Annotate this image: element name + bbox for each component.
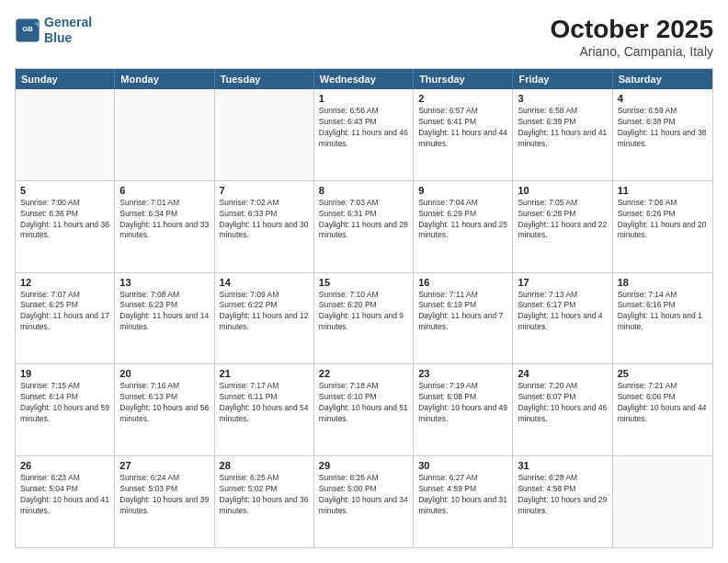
day-info: Sunrise: 6:58 AM Sunset: 6:39 PM Dayligh… <box>518 106 607 150</box>
day-cell-14: 14Sunrise: 7:09 AM Sunset: 6:22 PM Dayli… <box>215 273 314 364</box>
header-day-friday: Friday <box>513 69 612 89</box>
day-number: 24 <box>518 368 607 379</box>
day-info: Sunrise: 6:23 AM Sunset: 5:04 PM Dayligh… <box>20 473 109 517</box>
day-cell-30: 30Sunrise: 6:27 AM Sunset: 4:59 PM Dayli… <box>414 456 513 547</box>
day-cell-13: 13Sunrise: 7:08 AM Sunset: 6:23 PM Dayli… <box>115 273 214 364</box>
day-info: Sunrise: 7:21 AM Sunset: 6:06 PM Dayligh… <box>618 381 708 425</box>
header-day-wednesday: Wednesday <box>314 69 414 89</box>
day-cell-9: 9Sunrise: 7:04 AM Sunset: 6:29 PM Daylig… <box>414 181 513 272</box>
logo-icon: GB <box>15 17 40 43</box>
day-info: Sunrise: 7:05 AM Sunset: 6:28 PM Dayligh… <box>518 198 607 242</box>
day-number: 30 <box>418 460 507 471</box>
day-number: 31 <box>518 460 607 471</box>
day-cell-4: 4Sunrise: 6:59 AM Sunset: 6:38 PM Daylig… <box>613 89 712 180</box>
day-cell-18: 18Sunrise: 7:14 AM Sunset: 6:16 PM Dayli… <box>613 273 712 364</box>
day-info: Sunrise: 6:26 AM Sunset: 5:00 PM Dayligh… <box>319 473 408 517</box>
day-number: 12 <box>20 277 109 288</box>
logo-text: General Blue <box>44 15 92 46</box>
day-info: Sunrise: 7:03 AM Sunset: 6:31 PM Dayligh… <box>319 198 408 242</box>
day-cell-27: 27Sunrise: 6:24 AM Sunset: 5:03 PM Dayli… <box>115 456 214 547</box>
calendar-row-2: 5Sunrise: 7:00 AM Sunset: 6:36 PM Daylig… <box>16 180 712 272</box>
calendar: SundayMondayTuesdayWednesdayThursdayFrid… <box>15 68 713 548</box>
day-number: 8 <box>319 185 408 196</box>
day-number: 19 <box>20 368 109 379</box>
day-cell-15: 15Sunrise: 7:10 AM Sunset: 6:20 PM Dayli… <box>314 273 414 364</box>
location: Ariano, Campania, Italy <box>551 44 713 59</box>
day-info: Sunrise: 7:08 AM Sunset: 6:23 PM Dayligh… <box>119 290 209 334</box>
day-number: 16 <box>418 277 507 288</box>
svg-text:GB: GB <box>22 25 33 33</box>
day-number: 17 <box>518 277 607 288</box>
day-info: Sunrise: 6:27 AM Sunset: 4:59 PM Dayligh… <box>418 473 507 517</box>
day-number: 26 <box>20 460 109 471</box>
calendar-body: 1Sunrise: 6:56 AM Sunset: 6:43 PM Daylig… <box>16 89 712 547</box>
day-cell-29: 29Sunrise: 6:26 AM Sunset: 5:00 PM Dayli… <box>314 456 414 547</box>
day-info: Sunrise: 7:19 AM Sunset: 6:08 PM Dayligh… <box>418 381 507 425</box>
day-number: 13 <box>119 277 209 288</box>
calendar-row-4: 19Sunrise: 7:15 AM Sunset: 6:14 PM Dayli… <box>16 363 712 455</box>
empty-cell <box>613 456 712 547</box>
page-header: GB General Blue October 2025 Ariano, Cam… <box>15 15 713 59</box>
day-cell-6: 6Sunrise: 7:01 AM Sunset: 6:34 PM Daylig… <box>115 181 214 272</box>
calendar-row-3: 12Sunrise: 7:07 AM Sunset: 6:25 PM Dayli… <box>16 272 712 364</box>
day-info: Sunrise: 7:00 AM Sunset: 6:36 PM Dayligh… <box>20 198 109 242</box>
day-info: Sunrise: 6:59 AM Sunset: 6:38 PM Dayligh… <box>618 106 708 150</box>
day-info: Sunrise: 7:01 AM Sunset: 6:34 PM Dayligh… <box>119 198 209 242</box>
day-number: 4 <box>618 93 708 104</box>
day-info: Sunrise: 7:17 AM Sunset: 6:11 PM Dayligh… <box>220 381 309 425</box>
day-info: Sunrise: 6:24 AM Sunset: 5:03 PM Dayligh… <box>119 473 209 517</box>
day-cell-2: 2Sunrise: 6:57 AM Sunset: 6:41 PM Daylig… <box>414 89 513 180</box>
day-cell-22: 22Sunrise: 7:18 AM Sunset: 6:10 PM Dayli… <box>314 364 414 455</box>
day-number: 29 <box>319 460 408 471</box>
day-info: Sunrise: 6:28 AM Sunset: 4:58 PM Dayligh… <box>518 473 607 517</box>
day-cell-10: 10Sunrise: 7:05 AM Sunset: 6:28 PM Dayli… <box>513 181 612 272</box>
day-number: 28 <box>220 460 309 471</box>
day-info: Sunrise: 6:25 AM Sunset: 5:02 PM Dayligh… <box>220 473 309 517</box>
day-info: Sunrise: 7:18 AM Sunset: 6:10 PM Dayligh… <box>319 381 408 425</box>
day-number: 22 <box>319 368 408 379</box>
month-title: October 2025 <box>551 15 713 44</box>
empty-cell <box>215 89 314 180</box>
day-cell-7: 7Sunrise: 7:02 AM Sunset: 6:33 PM Daylig… <box>215 181 314 272</box>
empty-cell <box>115 89 214 180</box>
day-cell-25: 25Sunrise: 7:21 AM Sunset: 6:06 PM Dayli… <box>613 364 712 455</box>
logo: GB General Blue <box>15 15 92 46</box>
calendar-row-5: 26Sunrise: 6:23 AM Sunset: 5:04 PM Dayli… <box>16 455 712 547</box>
day-cell-5: 5Sunrise: 7:00 AM Sunset: 6:36 PM Daylig… <box>16 181 115 272</box>
calendar-header: SundayMondayTuesdayWednesdayThursdayFrid… <box>16 69 712 89</box>
day-info: Sunrise: 7:14 AM Sunset: 6:16 PM Dayligh… <box>618 290 708 334</box>
day-cell-24: 24Sunrise: 7:20 AM Sunset: 6:07 PM Dayli… <box>513 364 612 455</box>
day-number: 2 <box>418 93 507 104</box>
day-cell-3: 3Sunrise: 6:58 AM Sunset: 6:39 PM Daylig… <box>513 89 612 180</box>
day-number: 9 <box>418 185 507 196</box>
day-info: Sunrise: 7:07 AM Sunset: 6:25 PM Dayligh… <box>20 290 109 334</box>
header-day-tuesday: Tuesday <box>215 69 314 89</box>
day-number: 18 <box>618 277 708 288</box>
day-info: Sunrise: 6:56 AM Sunset: 6:43 PM Dayligh… <box>319 106 408 150</box>
day-info: Sunrise: 7:10 AM Sunset: 6:20 PM Dayligh… <box>319 290 408 334</box>
day-cell-12: 12Sunrise: 7:07 AM Sunset: 6:25 PM Dayli… <box>16 273 115 364</box>
day-number: 14 <box>220 277 309 288</box>
day-info: Sunrise: 7:16 AM Sunset: 6:13 PM Dayligh… <box>119 381 209 425</box>
day-info: Sunrise: 7:04 AM Sunset: 6:29 PM Dayligh… <box>418 198 507 242</box>
day-cell-17: 17Sunrise: 7:13 AM Sunset: 6:17 PM Dayli… <box>513 273 612 364</box>
day-cell-1: 1Sunrise: 6:56 AM Sunset: 6:43 PM Daylig… <box>314 89 414 180</box>
day-cell-23: 23Sunrise: 7:19 AM Sunset: 6:08 PM Dayli… <box>414 364 513 455</box>
day-number: 6 <box>119 185 209 196</box>
day-number: 27 <box>119 460 209 471</box>
day-cell-8: 8Sunrise: 7:03 AM Sunset: 6:31 PM Daylig… <box>314 181 414 272</box>
logo-line1: General <box>44 15 92 29</box>
day-info: Sunrise: 6:57 AM Sunset: 6:41 PM Dayligh… <box>418 106 507 150</box>
title-block: October 2025 Ariano, Campania, Italy <box>551 15 713 59</box>
header-day-saturday: Saturday <box>613 69 712 89</box>
day-number: 5 <box>20 185 109 196</box>
day-number: 3 <box>518 93 607 104</box>
calendar-row-1: 1Sunrise: 6:56 AM Sunset: 6:43 PM Daylig… <box>16 89 712 180</box>
empty-cell <box>16 89 115 180</box>
header-day-sunday: Sunday <box>16 69 115 89</box>
calendar-page: GB General Blue October 2025 Ariano, Cam… <box>0 0 728 563</box>
day-cell-26: 26Sunrise: 6:23 AM Sunset: 5:04 PM Dayli… <box>16 456 115 547</box>
day-number: 11 <box>618 185 708 196</box>
day-info: Sunrise: 7:20 AM Sunset: 6:07 PM Dayligh… <box>518 381 607 425</box>
day-info: Sunrise: 7:13 AM Sunset: 6:17 PM Dayligh… <box>518 290 607 334</box>
